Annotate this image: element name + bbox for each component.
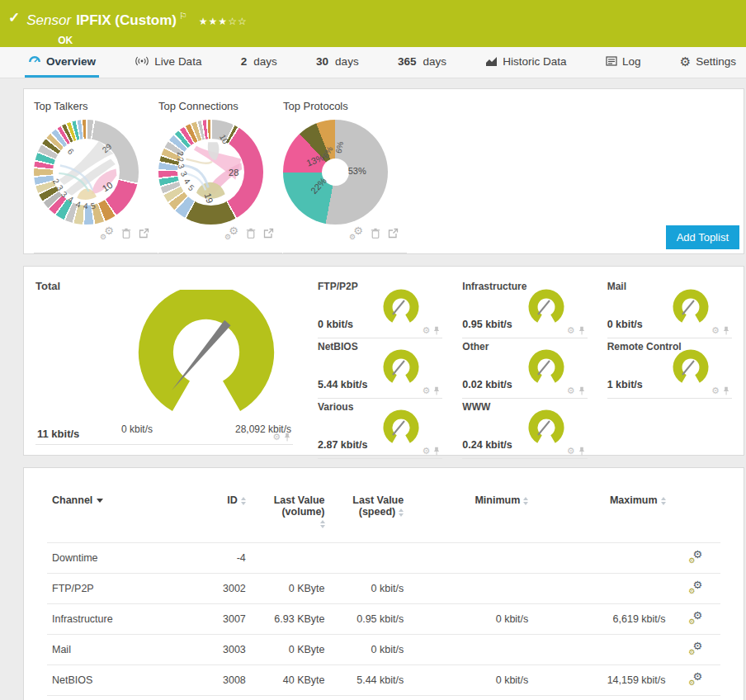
pin-icon[interactable] — [578, 326, 585, 335]
cell-minimum: 0 kbit/s — [408, 696, 533, 700]
tab-historic-data[interactable]: Historic Data — [482, 47, 569, 78]
gauge-settings-icon[interactable]: ⚙ — [422, 447, 430, 456]
column-header-last-value-volume[interactable]: Last Value (volume) — [251, 483, 330, 543]
channel-gauge — [669, 287, 712, 325]
pin-icon[interactable] — [578, 386, 585, 395]
cell-minimum: 0 kbit/s — [408, 604, 533, 635]
cell-last-value-speed: 5.44 kbit/s — [330, 665, 409, 696]
gauge-settings-icon[interactable]: ⚙ — [422, 386, 430, 395]
cell-minimum — [408, 543, 533, 574]
channel-gauge-value: 5.44 kbit/s — [318, 379, 367, 390]
tab-log[interactable]: Log — [602, 47, 644, 78]
toplist-card-connections: Top Connections 10 28 19 5 4 3 3 2 2 — [158, 98, 282, 253]
toplist-settings-icon[interactable]: ⚙⚙ — [349, 227, 363, 239]
cell-maximum: 14,159 kbit/s — [533, 665, 670, 696]
channel-settings-icon[interactable]: ⚙⚙ — [688, 673, 702, 685]
sort-icon — [523, 497, 528, 505]
channel-gauge — [380, 287, 423, 325]
delete-toplist-icon[interactable] — [121, 228, 131, 239]
pin-icon[interactable] — [723, 386, 729, 395]
cell-maximum: 19 kbit/s — [533, 696, 670, 700]
gauge-min: 0 kbit/s — [121, 423, 153, 435]
cell-id: 3002 — [201, 574, 250, 604]
cell-id: 0 — [201, 696, 250, 700]
pin-icon[interactable] — [284, 433, 290, 442]
column-header-last-value-speed[interactable]: Last Value (speed) — [330, 483, 409, 543]
tab-overview[interactable]: Overview — [25, 47, 99, 78]
cell-last-value-volume: 0 KByte — [251, 635, 330, 665]
cell-last-value-volume — [251, 543, 330, 574]
channel-row: Infrastructure 3007 6.93 KByte 0.95 kbit… — [47, 604, 720, 635]
tab-live-data[interactable]: Live Data — [131, 47, 205, 78]
channel-gauge-cell: Remote Control 1 kbit/s ⚙ — [607, 338, 732, 399]
gauge-settings-icon[interactable]: ⚙ — [567, 386, 575, 395]
add-toplist-button[interactable]: Add Toplist — [666, 225, 739, 249]
channel-gauge-value: 0.95 kbit/s — [462, 319, 512, 330]
pin-icon[interactable] — [433, 386, 440, 395]
pin-icon[interactable] — [433, 326, 440, 335]
cell-id: -4 — [201, 543, 250, 574]
toplist-title: Top Protocols — [283, 98, 407, 112]
delete-toplist-icon[interactable] — [246, 228, 256, 239]
toplist-card-talkers: Top Talkers 6 29 10 2 3 3 4 4 4 5 ⚙⚙ — [34, 98, 158, 253]
tab-settings[interactable]: ⚙ Settings — [677, 47, 739, 78]
tab-30-days[interactable]: 30days — [313, 47, 362, 78]
delete-toplist-icon[interactable] — [371, 228, 380, 239]
gauge-settings-icon[interactable]: ⚙ — [272, 433, 281, 442]
channel-settings-icon[interactable]: ⚙⚙ — [688, 581, 702, 594]
toplist-title: Top Talkers — [34, 98, 158, 112]
open-toplist-icon[interactable] — [139, 228, 149, 239]
open-toplist-icon[interactable] — [388, 228, 399, 239]
pin-icon[interactable] — [578, 447, 585, 456]
pin-icon[interactable] — [723, 326, 729, 335]
gauge-icon — [28, 55, 41, 67]
gauge-settings-icon[interactable]: ⚙ — [567, 447, 575, 456]
channel-row: Mail 3003 0 KByte 0 kbit/s ⚙⚙ — [47, 635, 720, 665]
sensor-name: IPFIX (Custom) — [76, 12, 177, 28]
pin-icon[interactable] — [433, 447, 440, 456]
open-toplist-icon[interactable] — [263, 228, 274, 239]
column-header-id[interactable]: ID — [201, 483, 250, 543]
sort-icon — [320, 520, 325, 528]
column-header-minimum[interactable]: Minimum — [408, 483, 533, 543]
gauges-panel: Total 0 kbit/s 28,092 kbit/s 11 kbit/s ⚙… — [23, 266, 744, 456]
channel-gauge — [380, 348, 423, 385]
gauge-settings-icon[interactable]: ⚙ — [567, 326, 575, 335]
channel-gauge-cell: NetBIOS 5.44 kbit/s ⚙ — [318, 338, 442, 399]
gauge-scale: 0 kbit/s 28,092 kbit/s — [121, 423, 291, 435]
cell-channel: Mail — [47, 635, 201, 665]
channel-settings-icon[interactable]: ⚙⚙ — [688, 612, 702, 624]
broadcast-icon — [135, 56, 149, 66]
gauge-settings-icon[interactable]: ⚙ — [422, 326, 430, 335]
channel-gauge-value: 2.87 kbit/s — [318, 439, 367, 451]
column-header-channel[interactable]: Channel — [47, 483, 201, 543]
cell-id: 3008 — [201, 665, 250, 696]
channels-table: Channel ID Last Value (volume) Last Valu… — [47, 483, 720, 700]
top-talkers-chart[interactable]: 6 29 10 2 3 3 4 4 4 5 — [34, 120, 139, 225]
channel-gauge-value: 0 kbit/s — [607, 319, 643, 330]
tab-365-days[interactable]: 365days — [394, 47, 450, 78]
tab-2-days[interactable]: 2days — [238, 47, 281, 78]
channel-settings-icon[interactable]: ⚙⚙ — [688, 551, 702, 563]
toplist-settings-icon[interactable]: ⚙⚙ — [100, 227, 114, 239]
toplist-card-protocols: Top Protocols 53% 22% 13% 6% 6% ⚙⚙ — [283, 98, 407, 253]
top-connections-chart[interactable]: 10 28 19 5 4 3 3 2 2 — [158, 120, 263, 225]
cell-channel: NetBIOS — [47, 665, 201, 696]
cell-maximum: 6,619 kbit/s — [533, 604, 670, 635]
cell-last-value-volume: 0 KByte — [251, 574, 330, 604]
flag-icon[interactable]: ⚐ — [179, 11, 187, 21]
channel-settings-icon[interactable]: ⚙⚙ — [688, 642, 702, 655]
gear-icon: ⚙ — [680, 55, 691, 68]
gauge-settings-icon[interactable]: ⚙ — [711, 386, 720, 395]
cell-last-value-speed: 0.02 kbit/s — [330, 696, 409, 700]
priority-stars[interactable]: ★★★☆☆ — [199, 16, 248, 27]
top-protocols-chart[interactable]: 53% 22% 13% 6% 6% — [283, 120, 388, 225]
gauge-settings-icon[interactable]: ⚙ — [711, 326, 720, 335]
channel-gauge-cell: Mail 0 kbit/s ⚙ — [607, 278, 732, 338]
column-header-maximum[interactable]: Maximum — [533, 483, 670, 543]
total-gauge-cell: Total 0 kbit/s 28,092 kbit/s 11 kbit/s ⚙ — [35, 278, 293, 445]
channel-gauge-cell: Infrastructure 0.95 kbit/s ⚙ — [462, 278, 587, 338]
channel-gauge-value: 0.02 kbit/s — [462, 379, 512, 390]
toplist-settings-icon[interactable]: ⚙⚙ — [224, 227, 238, 239]
channel-gauge-value: 1 kbit/s — [607, 379, 643, 390]
